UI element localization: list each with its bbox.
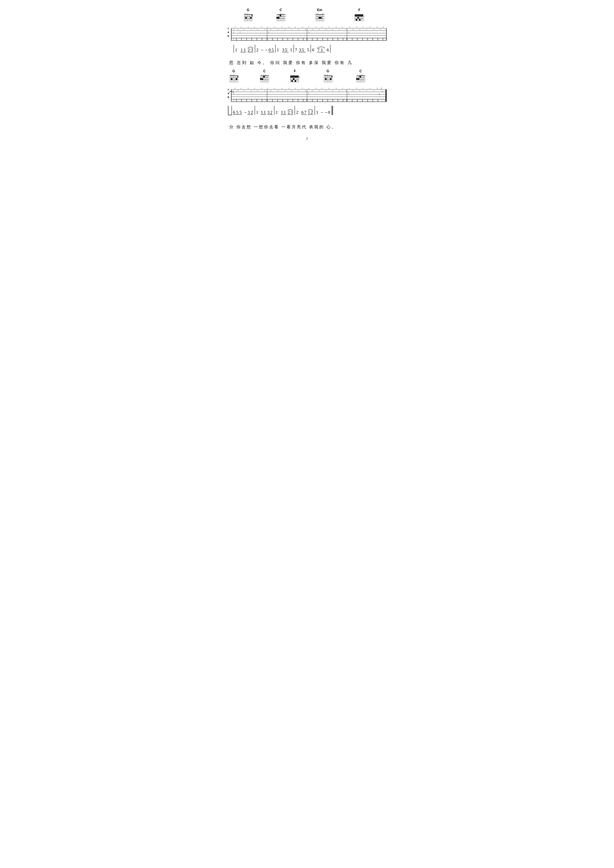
chord-g-3: G o o o <box>323 69 332 82</box>
tab-staff-svg-1: T A B × × × × × <box>227 25 387 41</box>
svg-text:×: × <box>377 26 378 28</box>
svg-point-216 <box>237 76 238 78</box>
svg-rect-129 <box>257 38 262 40</box>
svg-rect-148 <box>352 38 357 40</box>
svg-text:×: × <box>373 90 374 92</box>
svg-point-261 <box>325 78 327 80</box>
svg-point-276 <box>356 78 358 80</box>
svg-rect-130 <box>262 38 267 40</box>
svg-rect-350 <box>273 99 278 102</box>
tab-staff-1: T A B × × × × × <box>227 25 387 42</box>
svg-text:×: × <box>326 90 327 92</box>
svg-point-60 <box>359 19 361 21</box>
tab-staff-svg-2: T A B × × × × × × <box>227 87 387 102</box>
svg-rect-154 <box>383 38 386 40</box>
svg-text:o: o <box>361 74 362 76</box>
svg-text:o: o <box>326 74 326 76</box>
chord-g-1: G o o o <box>243 8 253 21</box>
notation-line-2: 6 5 5 － 3 2 1 · 1 1 3 <box>227 105 387 122</box>
svg-rect-371 <box>378 99 386 102</box>
svg-text:×: × <box>318 90 320 92</box>
svg-text:×: × <box>348 92 349 95</box>
svg-rect-142 <box>323 38 328 40</box>
svg-rect-138 <box>303 38 307 40</box>
svg-text:A: A <box>228 92 229 95</box>
svg-text:×: × <box>278 28 279 31</box>
svg-text:·: · <box>278 110 279 113</box>
svg-text:×: × <box>342 87 343 90</box>
svg-rect-133 <box>278 38 283 40</box>
svg-text:T: T <box>228 88 229 91</box>
svg-text:×: × <box>267 87 268 90</box>
svg-text:×: × <box>284 90 286 92</box>
svg-text:×: × <box>278 90 279 92</box>
svg-text:×: × <box>268 31 269 33</box>
svg-text:×: × <box>243 28 245 31</box>
svg-rect-369 <box>367 99 373 102</box>
svg-text:o: o <box>322 13 323 14</box>
svg-point-217 <box>236 78 237 80</box>
svg-rect-361 <box>328 99 333 102</box>
svg-text:2: 2 <box>288 110 290 115</box>
svg-rect-140 <box>312 38 318 40</box>
svg-text:×: × <box>291 28 292 31</box>
svg-rect-366 <box>352 99 357 102</box>
svg-text:1: 1 <box>290 47 293 53</box>
svg-text:×: × <box>336 87 337 90</box>
svg-text:3: 3 <box>267 110 270 115</box>
svg-text:×: × <box>261 87 262 90</box>
svg-text:×: × <box>281 87 283 90</box>
svg-text:×: × <box>288 26 290 28</box>
svg-point-46 <box>320 17 322 19</box>
chord-g-2: G o o o <box>229 69 238 82</box>
svg-rect-362 <box>333 99 338 102</box>
svg-text:×: × <box>237 90 239 92</box>
svg-text:×: × <box>305 90 306 92</box>
chord-diagram-em1: o o o o <box>315 12 324 21</box>
svg-rect-368 <box>363 99 367 102</box>
svg-text:×: × <box>339 28 340 31</box>
svg-rect-153 <box>378 38 383 40</box>
svg-text:3: 3 <box>291 110 293 115</box>
svg-rect-135 <box>288 38 293 40</box>
svg-text:×: × <box>233 99 234 102</box>
svg-text:－: － <box>243 110 248 115</box>
svg-text:o: o <box>316 13 316 14</box>
svg-point-231 <box>263 76 265 78</box>
svg-rect-359 <box>318 99 323 102</box>
chord-f-2: F 1 <box>290 69 300 82</box>
svg-rect-346 <box>252 99 257 102</box>
svg-text:×: × <box>359 28 360 31</box>
svg-rect-136 <box>293 38 298 40</box>
svg-point-29 <box>279 15 281 16</box>
svg-text:×: × <box>329 87 330 90</box>
svg-rect-356 <box>303 99 307 102</box>
svg-text:×: × <box>248 87 249 90</box>
svg-text:♩: ♩ <box>381 87 382 90</box>
svg-point-278 <box>358 78 360 80</box>
svg-text:o: o <box>265 74 266 76</box>
svg-text:·: · <box>295 45 296 48</box>
svg-text:B: B <box>228 96 229 98</box>
svg-rect-370 <box>373 99 378 102</box>
svg-text:×: × <box>239 31 241 33</box>
svg-text:×: × <box>312 28 313 31</box>
svg-rect-147 <box>347 38 352 40</box>
svg-text:·: · <box>314 47 315 51</box>
svg-text:×: × <box>267 26 268 28</box>
svg-text:×: × <box>329 26 330 28</box>
svg-text:×: × <box>315 87 316 90</box>
svg-text:×: × <box>352 28 354 31</box>
chord-name-f1: F <box>358 8 360 12</box>
svg-point-14 <box>252 15 253 16</box>
svg-point-28 <box>276 17 278 19</box>
svg-text:×: × <box>373 28 374 31</box>
svg-rect-365 <box>347 99 352 102</box>
svg-text:o: o <box>264 74 264 76</box>
svg-rect-134 <box>283 38 288 40</box>
svg-point-58 <box>357 17 359 19</box>
svg-text:1: 1 <box>243 47 246 53</box>
svg-text:B: B <box>228 35 229 37</box>
svg-text:·: · <box>291 45 291 48</box>
svg-rect-367 <box>357 99 363 102</box>
